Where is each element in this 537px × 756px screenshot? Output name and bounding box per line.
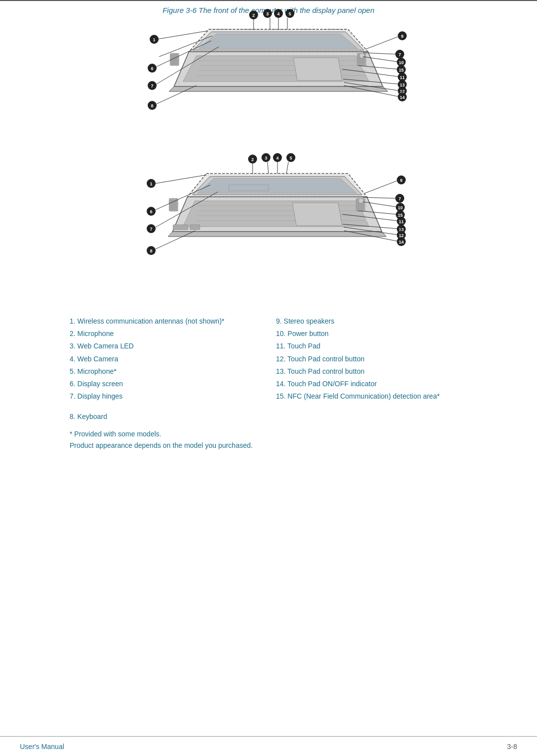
laptop-diagram-2: 1 2 3 4 5 6 bbox=[0, 166, 537, 305]
svg-rect-85 bbox=[173, 225, 188, 230]
svg-text:3: 3 bbox=[266, 11, 268, 16]
svg-text:11: 11 bbox=[400, 75, 405, 80]
footnotes: * Provided with some models. Product app… bbox=[50, 428, 487, 452]
footer-left: User's Manual bbox=[20, 743, 64, 751]
svg-text:1: 1 bbox=[153, 37, 155, 42]
svg-text:8: 8 bbox=[150, 249, 152, 253]
legend-item-9: 9. Stereo speakers bbox=[276, 315, 467, 328]
legend-item-3: 3. Web Camera LED bbox=[70, 340, 261, 352]
laptop-svg-1: 1 2 3 4 5 6 bbox=[99, 22, 438, 161]
svg-text:5: 5 bbox=[288, 11, 291, 16]
legend-section: 1. Wireless communication antennas (not … bbox=[50, 315, 487, 423]
legend-item-15: 15. NFC (Near Field Communication) detec… bbox=[276, 390, 467, 403]
top-divider bbox=[0, 0, 537, 1]
legend-right: 9. Stereo speakers 10. Power button 11. … bbox=[276, 315, 467, 423]
legend-item-12: 12. Touch Pad control button bbox=[276, 353, 467, 365]
footer-bar: User's Manual 3-8 bbox=[0, 736, 537, 756]
legend-item-2: 2. Microphone bbox=[70, 328, 261, 340]
svg-text:3: 3 bbox=[265, 156, 267, 161]
svg-point-84 bbox=[358, 198, 363, 203]
svg-line-93 bbox=[268, 162, 268, 173]
svg-line-111 bbox=[364, 181, 397, 193]
svg-line-42 bbox=[365, 37, 398, 49]
footer-right: 3-8 bbox=[507, 743, 517, 751]
svg-text:7: 7 bbox=[398, 52, 401, 57]
svg-rect-86 bbox=[190, 225, 200, 230]
legend-item-7: 7. Display hinges bbox=[70, 390, 261, 403]
svg-text:6: 6 bbox=[151, 66, 153, 71]
legend-item-8: 8. Keyboard bbox=[70, 411, 261, 423]
legend-item-5: 5. Microphone* bbox=[70, 365, 261, 378]
laptop-diagram-1: 1 2 3 4 5 6 bbox=[0, 22, 537, 161]
legend-item-4: 4. Web Camera bbox=[70, 353, 261, 365]
legend-item-1: 1. Wireless communication antennas (not … bbox=[70, 315, 261, 328]
svg-text:6: 6 bbox=[150, 209, 152, 214]
legend-item-13: 13. Touch Pad control button bbox=[276, 365, 467, 378]
svg-text:7: 7 bbox=[151, 84, 153, 88]
footnote-2: Product appearance depends on the model … bbox=[70, 440, 467, 452]
svg-text:7: 7 bbox=[150, 227, 152, 232]
svg-text:5: 5 bbox=[289, 156, 292, 161]
svg-text:9: 9 bbox=[401, 34, 403, 39]
svg-line-87 bbox=[156, 175, 206, 183]
svg-text:4: 4 bbox=[276, 156, 278, 161]
svg-text:14: 14 bbox=[399, 240, 404, 245]
svg-text:9: 9 bbox=[400, 178, 402, 183]
footnote-1: * Provided with some models. bbox=[70, 428, 467, 440]
svg-text:8: 8 bbox=[151, 103, 153, 108]
svg-line-18 bbox=[157, 31, 208, 39]
svg-text:15: 15 bbox=[399, 68, 404, 73]
svg-text:10: 10 bbox=[398, 205, 403, 210]
svg-text:10: 10 bbox=[399, 60, 404, 65]
svg-text:1: 1 bbox=[150, 181, 152, 186]
svg-text:2: 2 bbox=[252, 13, 255, 18]
svg-text:7: 7 bbox=[398, 196, 401, 201]
legend-item-14: 14. Touch Pad ON/OFF indicator bbox=[276, 378, 467, 390]
svg-text:11: 11 bbox=[399, 219, 404, 224]
legend-item-11: 11. Touch Pad bbox=[276, 340, 467, 352]
legend-item-10: 10. Power button bbox=[276, 328, 467, 340]
legend-item-6: 6. Display screen bbox=[70, 378, 261, 390]
svg-line-99 bbox=[286, 162, 288, 173]
laptop-svg-2: 1 2 3 4 5 6 bbox=[99, 166, 438, 305]
page-container: Figure 3-6 The front of the computer wit… bbox=[0, 0, 537, 756]
svg-text:4: 4 bbox=[277, 11, 279, 16]
svg-point-17 bbox=[359, 53, 364, 58]
svg-text:2: 2 bbox=[251, 157, 254, 162]
legend-left: 1. Wireless communication antennas (not … bbox=[70, 315, 261, 423]
svg-text:14: 14 bbox=[400, 95, 405, 100]
